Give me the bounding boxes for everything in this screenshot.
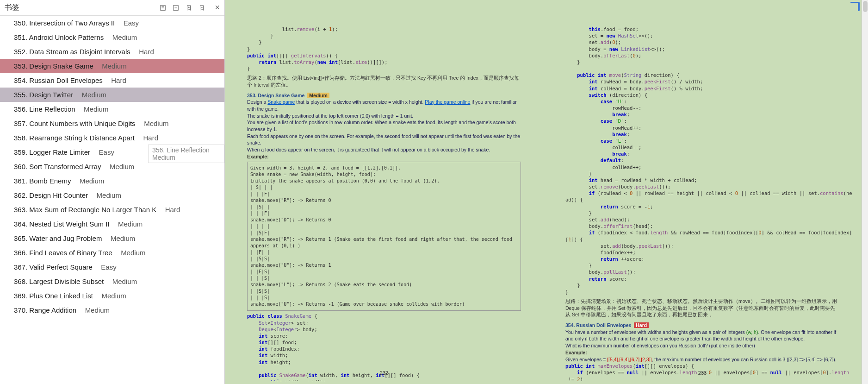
- bookmark-item[interactable]: 367. Valid Perfect Square Easy: [0, 260, 224, 274]
- desc-line: Design a Snake game that is played on a …: [247, 99, 521, 112]
- desc-line: Given envelopes = [[5,4],[6,4],[6,7],[2,…: [565, 356, 839, 363]
- example-box: Given width = 3, height = 2, and food = …: [247, 162, 521, 311]
- difficulty-tag-medium: Medium: [307, 93, 329, 98]
- bookmark-item[interactable]: 368. Largest Divisible Subset Medium: [0, 274, 224, 289]
- bookmark-item[interactable]: 351. Android Unlock Patterns Medium: [0, 30, 224, 44]
- desc-line: When a food does appear on the screen, i…: [247, 146, 521, 153]
- document-scrollbar[interactable]: [862, 0, 868, 384]
- sidebar-title: 书签: [5, 3, 19, 13]
- app-root: 书签 × 350. Intersection of Two Arrays II …: [0, 0, 868, 384]
- desc-line: You have a number of envelopes with widt…: [565, 329, 839, 342]
- code-block-top: list.remove(i + 1); } } } public int[][]…: [247, 26, 521, 72]
- play-online-link[interactable]: Play the game online: [425, 99, 470, 105]
- bookmark-remove-icon[interactable]: [198, 4, 205, 12]
- bookmark-item[interactable]: 350. Intersection of Two Arrays II Easy: [0, 16, 224, 30]
- bookmark-item[interactable]: 365. Water and Jug Problem Medium: [0, 231, 224, 246]
- bookmark-item[interactable]: 361. Bomb Enemy Medium: [0, 174, 224, 188]
- bookmark-add-icon[interactable]: [185, 4, 192, 12]
- sidebar-header: 书签 ×: [0, 0, 224, 16]
- page-number: 232: [380, 370, 388, 377]
- example-label: Example:: [565, 349, 839, 356]
- bookmark-item[interactable]: 366. Find Leaves of Binary Tree Medium: [0, 246, 224, 260]
- desc-line: The snake is initially positioned at the…: [247, 113, 521, 120]
- document-view: 译 list.remove(i + 1); } } } public int[]…: [225, 0, 868, 384]
- difficulty-tag-hard: Hard: [634, 322, 649, 328]
- page-right[interactable]: this.food = food; set = new HashSet<>();…: [547, 3, 858, 381]
- bookmark-item[interactable]: 364. Nested List Weight Sum II Medium: [0, 217, 224, 231]
- bookmark-item[interactable]: 352. Data Stream as Disjoint Intervals H…: [0, 44, 224, 59]
- approach-note: 思路：先搞清楚场景：初始状态、死亡状态、移动状态。然后设计主要动作（move）。…: [565, 298, 839, 318]
- problem-353-title: 353. Design Snake Game Medium: [247, 92, 521, 99]
- close-icon[interactable]: ×: [215, 3, 220, 13]
- expand-icon[interactable]: [159, 4, 167, 12]
- approach-note: 思路 2：顺序查找。使用 List<int[]>作为存储。方法与红黑树一致，只不…: [247, 75, 521, 88]
- desc-line: You are given a list of food's positions…: [247, 119, 521, 132]
- bookmark-item[interactable]: 363. Max Sum of Rectangle No Larger Than…: [0, 202, 224, 217]
- snake-game-link[interactable]: Snake game: [267, 99, 295, 105]
- bookmark-item[interactable]: 355. Design Twitter Medium: [0, 88, 224, 102]
- collapse-icon[interactable]: [172, 4, 180, 12]
- bookmark-item[interactable]: 360. Sort Transformed Array Medium: [0, 159, 224, 174]
- bookmark-item[interactable]: 370. Range Addition Medium: [0, 303, 224, 317]
- desc-line: Each food appears one by one on the scre…: [247, 133, 521, 146]
- example-label: Example:: [247, 153, 521, 160]
- scrollbar-thumb[interactable]: [863, 1, 868, 12]
- bookmark-item[interactable]: 362. Design Hit Counter Medium: [0, 188, 224, 202]
- desc-line: What is the maximum number of envelopes …: [565, 342, 839, 349]
- bookmark-item[interactable]: 369. Plus One Linked List Medium: [0, 289, 224, 303]
- bookmark-item[interactable]: 358. Rearrange String k Distance Apart H…: [0, 131, 224, 145]
- page-left[interactable]: list.remove(i + 1); } } } public int[][]…: [229, 3, 539, 381]
- bookmark-item[interactable]: 354. Russian Doll Envelopes Hard: [0, 73, 224, 88]
- bookmark-item[interactable]: 353. Design Snake Game Medium: [0, 59, 224, 73]
- problem-354-title: 354. Russian Doll Envelopes Hard: [565, 322, 839, 329]
- bookmark-item[interactable]: 359. Logger Rate Limiter Easy: [0, 145, 224, 159]
- page-number: 233: [698, 370, 707, 377]
- code-block-top: this.food = food; set = new HashSet<>();…: [565, 26, 839, 295]
- bookmark-item[interactable]: 357. Count Numbers with Unique Digits Me…: [0, 116, 224, 131]
- bookmark-item[interactable]: 356. Line Reflection Medium: [0, 102, 224, 116]
- bookmarks-panel: 书签 × 350. Intersection of Two Arrays II …: [0, 0, 225, 384]
- bookmarks-list[interactable]: 350. Intersection of Two Arrays II Easy3…: [0, 16, 224, 384]
